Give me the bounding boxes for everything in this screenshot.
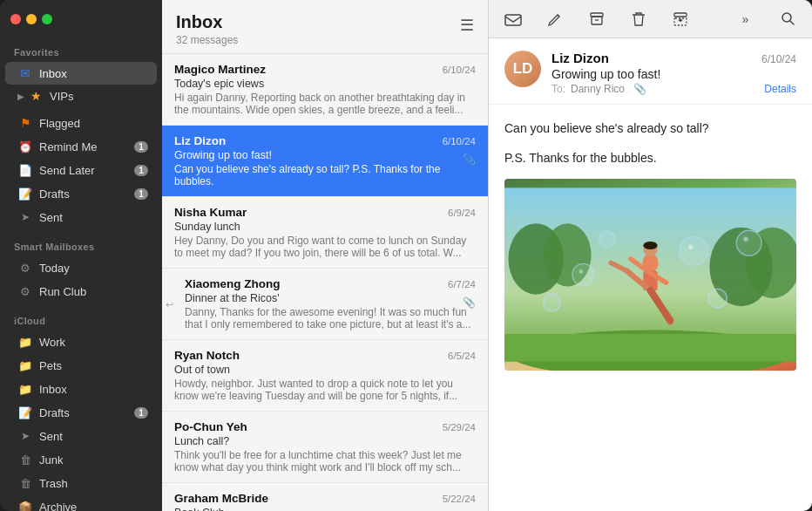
- compose-button[interactable]: [543, 7, 567, 31]
- drafts-icon: 📝: [17, 186, 33, 201]
- to-name: Danny Rico: [571, 83, 625, 95]
- message-item[interactable]: Nisha Kumar 6/9/24 Sunday lunch Hey Dann…: [162, 197, 488, 269]
- msg-subject: Sunday lunch: [174, 221, 476, 233]
- msg-subject: Out of town: [174, 364, 476, 376]
- minimize-button[interactable]: [26, 14, 37, 24]
- detail-toolbar: »: [489, 0, 812, 38]
- message-item[interactable]: Magico Martinez 6/10/24 Today's epic vie…: [162, 54, 488, 126]
- junk-icon: 🗑: [17, 452, 33, 467]
- msg-subject: Book Club: [174, 507, 476, 511]
- sidebar-item-pets[interactable]: 📁 Pets: [5, 354, 157, 377]
- msg-preview: Hey Danny, Do you and Rigo want to come …: [174, 235, 476, 259]
- msg-date: 6/7/24: [448, 279, 476, 290]
- folder-inbox-icon: 📁: [17, 381, 33, 397]
- sidebar-item-trash-label: Trash: [39, 477, 148, 490]
- sidebar-item-sent[interactable]: ➤ Sent: [5, 206, 157, 228]
- details-link[interactable]: Details: [764, 83, 796, 95]
- svg-point-28: [579, 269, 584, 274]
- message-list-panel: Inbox 32 messages ☰ Magico Martinez 6/10…: [162, 0, 489, 511]
- sidebar-item-work[interactable]: 📁 Work: [5, 330, 157, 353]
- msg-date: 6/10/24: [443, 136, 476, 146]
- clock-icon: ⏰: [17, 139, 33, 154]
- send-later-badge: 1: [134, 165, 148, 176]
- window-controls: [10, 14, 52, 24]
- msg-sender: Graham McBride: [174, 492, 268, 505]
- sidebar-item-inbox-label: Inbox: [39, 67, 148, 80]
- msg-preview: Danny, Thanks for the awesome evening! I…: [174, 306, 476, 330]
- archive-button[interactable]: [585, 7, 609, 31]
- svg-point-25: [688, 244, 693, 249]
- sidebar-item-icloud-sent-label: Sent: [39, 430, 148, 443]
- sidebar-section-favorites: Favorites ✉ Inbox ▶ ★ VIPs: [0, 38, 162, 107]
- folder-pets-icon: 📁: [17, 358, 33, 373]
- folder-work-icon: 📁: [17, 334, 33, 350]
- sidebar: Favorites ✉ Inbox ▶ ★ VIPs ⚑ Flagged ⏰ R…: [0, 0, 162, 511]
- sidebar-item-run-club[interactable]: ⚙ Run Club: [5, 280, 157, 303]
- sent-icon: ➤: [17, 209, 33, 225]
- section-label-favorites: Favorites: [0, 38, 162, 61]
- message-item[interactable]: Liz Dizon 6/10/24 Growing up too fast! C…: [162, 126, 488, 197]
- detail-body: Can you believe she's already so tall? P…: [489, 105, 812, 511]
- avatar: LD: [504, 51, 541, 87]
- sidebar-item-trash[interactable]: 🗑 Trash: [5, 472, 157, 494]
- icloud-sent-icon: ➤: [17, 428, 33, 444]
- svg-point-35: [743, 236, 748, 241]
- delete-button[interactable]: [626, 7, 651, 31]
- sidebar-item-archive[interactable]: 📦 Archive: [5, 495, 157, 511]
- more-button[interactable]: »: [734, 7, 758, 31]
- archive-icon: 📦: [17, 499, 33, 511]
- message-item[interactable]: Ryan Notch 6/5/24 Out of town Howdy, nei…: [162, 340, 488, 412]
- reply-button[interactable]: [501, 7, 525, 31]
- msg-subject: Growing up too fast!: [174, 149, 476, 161]
- sidebar-item-send-later[interactable]: 📄 Send Later 1: [5, 159, 157, 181]
- sidebar-item-flagged[interactable]: ⚑ Flagged: [5, 112, 157, 134]
- sidebar-item-junk[interactable]: 🗑 Junk: [5, 448, 157, 471]
- svg-rect-3: [674, 13, 687, 17]
- svg-point-15: [643, 242, 657, 249]
- sidebar-item-sent-label: Sent: [39, 211, 148, 224]
- sidebar-section-icloud: iCloud 📁 Work 📁 Pets 📁 Inbox 📝 Drafts 1 …: [0, 307, 162, 511]
- sidebar-item-today[interactable]: ⚙ Today: [5, 256, 157, 279]
- message-item[interactable]: ↩ Xiaomeng Zhong 6/7/24 Dinner at the Ri…: [162, 269, 488, 340]
- to-label: To:: [551, 83, 565, 95]
- msg-preview: Can you believe she's already so tall? P…: [174, 163, 476, 187]
- filter-icon[interactable]: ☰: [460, 16, 474, 35]
- sidebar-item-remind-me[interactable]: ⏰ Remind Me 1: [5, 135, 157, 158]
- flag-icon: ⚑: [17, 115, 33, 131]
- icloud-drafts-icon: 📝: [17, 405, 33, 420]
- svg-point-34: [736, 230, 761, 256]
- sidebar-item-today-label: Today: [39, 262, 148, 275]
- svg-point-27: [572, 263, 594, 285]
- detail-sender: Liz Dizon: [551, 51, 609, 65]
- sidebar-item-work-label: Work: [39, 336, 148, 349]
- message-item[interactable]: Po-Chun Yeh 5/29/24 Lunch call? Think yo…: [162, 412, 488, 483]
- svg-rect-12: [504, 334, 796, 362]
- sidebar-item-vips-label: VIPs: [50, 90, 148, 103]
- msg-date: 5/29/24: [443, 422, 476, 433]
- detail-subject: Growing up too fast!: [551, 67, 796, 81]
- msg-sender: Ryan Notch: [174, 349, 240, 362]
- sidebar-item-vips[interactable]: ▶ ★ VIPs: [5, 85, 157, 106]
- svg-point-37: [543, 294, 560, 311]
- sidebar-item-icloud-sent[interactable]: ➤ Sent: [5, 425, 157, 447]
- msg-date: 5/22/24: [443, 494, 476, 504]
- move-button[interactable]: [668, 7, 693, 31]
- icloud-drafts-badge: 1: [134, 407, 148, 419]
- close-button[interactable]: [10, 14, 21, 24]
- sidebar-item-send-later-label: Send Later: [39, 164, 134, 177]
- msg-sender: Nisha Kumar: [174, 206, 247, 219]
- detail-panel: » LD Liz Dizon 6/10/24 Growing up too fa…: [489, 0, 812, 511]
- run-club-icon: ⚙: [17, 283, 33, 299]
- maximize-button[interactable]: [42, 14, 52, 24]
- sidebar-item-inbox[interactable]: ✉ Inbox: [5, 62, 157, 85]
- detail-date: 6/10/24: [761, 53, 796, 65]
- sidebar-item-icloud-drafts[interactable]: 📝 Drafts 1: [5, 401, 157, 424]
- sidebar-item-icloud-inbox[interactable]: 📁 Inbox: [5, 378, 157, 400]
- message-item[interactable]: Graham McBride 5/22/24 Book Club Are you…: [162, 483, 488, 511]
- msg-subject: Lunch call?: [174, 435, 476, 447]
- detail-image: [504, 179, 796, 371]
- sidebar-item-junk-label: Junk: [39, 453, 148, 467]
- sidebar-item-drafts[interactable]: 📝 Drafts 1: [5, 182, 157, 205]
- search-button[interactable]: [775, 7, 800, 31]
- svg-point-32: [599, 231, 615, 247]
